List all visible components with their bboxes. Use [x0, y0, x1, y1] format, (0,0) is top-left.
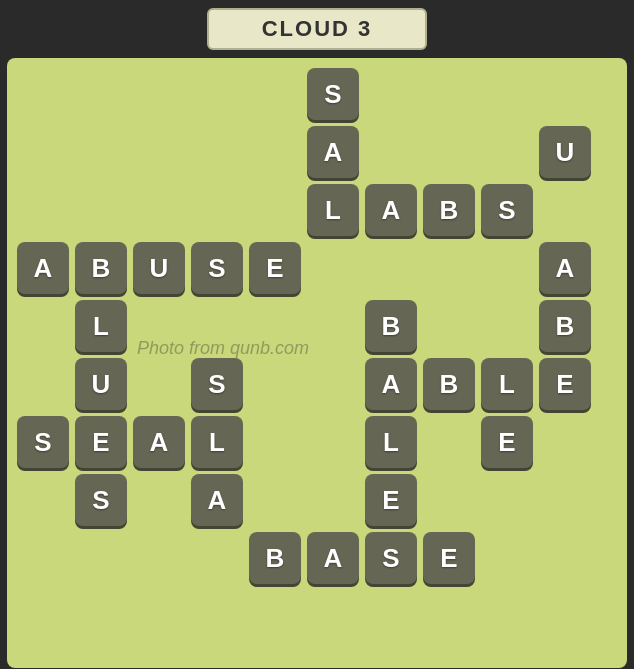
- tile-b-r5c7: B: [365, 300, 417, 352]
- tile-e-r7c2: E: [75, 416, 127, 468]
- tile-e-r8c7: E: [365, 474, 417, 526]
- game-board: Photo from qunb.com SAULABSABUSEALBBUSAB…: [7, 58, 627, 668]
- tile-u-r4c3: U: [133, 242, 185, 294]
- tile-a-r4c10: A: [539, 242, 591, 294]
- tile-u-r6c2: U: [75, 358, 127, 410]
- tile-s-r4c4: S: [191, 242, 243, 294]
- tile-l-r3c6: L: [307, 184, 359, 236]
- tile-s-r3c9: S: [481, 184, 533, 236]
- tile-l-r7c4: L: [191, 416, 243, 468]
- tile-e-r4c5: E: [249, 242, 301, 294]
- tile-l-r7c7: L: [365, 416, 417, 468]
- tile-b-r5c10: B: [539, 300, 591, 352]
- tile-a-r3c7: A: [365, 184, 417, 236]
- tile-l-r6c9: L: [481, 358, 533, 410]
- tile-b-r4c2: B: [75, 242, 127, 294]
- tile-s-r7c1: S: [17, 416, 69, 468]
- tile-u-r2c10: U: [539, 126, 591, 178]
- tile-a-r6c7: A: [365, 358, 417, 410]
- tile-b-r3c8: B: [423, 184, 475, 236]
- tile-a-r7c3: A: [133, 416, 185, 468]
- tile-a-r8c4: A: [191, 474, 243, 526]
- tile-s-r8c2: S: [75, 474, 127, 526]
- game-title: CLOUD 3: [207, 8, 427, 50]
- tile-b-r9c5: B: [249, 532, 301, 584]
- tile-s-r9c7: S: [365, 532, 417, 584]
- tile-a-r2c6: A: [307, 126, 359, 178]
- tile-s-r6c4: S: [191, 358, 243, 410]
- tile-e-r6c10: E: [539, 358, 591, 410]
- watermark: Photo from qunb.com: [137, 338, 309, 359]
- tile-a-r4c1: A: [17, 242, 69, 294]
- tile-a-r9c6: A: [307, 532, 359, 584]
- tile-e-r7c9: E: [481, 416, 533, 468]
- tile-e-r9c8: E: [423, 532, 475, 584]
- tile-s-r1c6: S: [307, 68, 359, 120]
- tile-l-r5c2: L: [75, 300, 127, 352]
- tile-b-r6c8: B: [423, 358, 475, 410]
